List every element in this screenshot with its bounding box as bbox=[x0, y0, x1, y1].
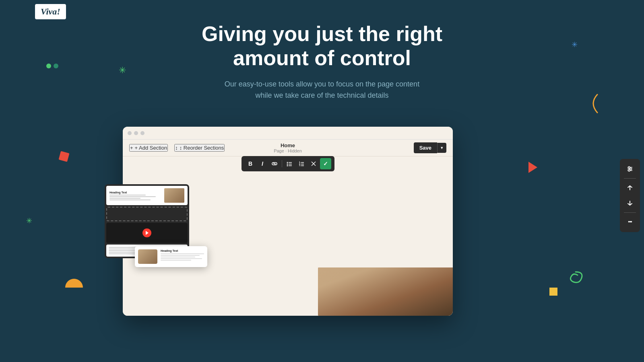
more-dots-icon: ••• bbox=[628, 219, 632, 225]
block-settings-panel: ••• bbox=[620, 159, 640, 232]
panel-divider bbox=[624, 178, 636, 179]
panel-more-button[interactable]: ••• bbox=[622, 215, 638, 229]
preview-line bbox=[109, 196, 156, 197]
panel-settings-button[interactable] bbox=[622, 162, 638, 176]
play-button[interactable] bbox=[142, 228, 151, 237]
page-status: Page · Hidden bbox=[274, 148, 302, 153]
browser-dot-close bbox=[128, 131, 132, 135]
svg-point-18 bbox=[628, 167, 630, 168]
arrow-down-icon bbox=[627, 200, 633, 206]
preview-lines-1 bbox=[109, 195, 161, 200]
confirm-button[interactable]: ✓ bbox=[320, 158, 331, 169]
svg-point-19 bbox=[630, 168, 632, 170]
red-square-decoration bbox=[59, 151, 70, 162]
bold-button[interactable]: B bbox=[245, 158, 256, 169]
link-button[interactable] bbox=[269, 158, 280, 169]
hero-section: Giving you just the right amount of cont… bbox=[0, 0, 644, 101]
svg-text:3.: 3. bbox=[299, 164, 301, 167]
save-dropdown-button[interactable]: ▾ bbox=[437, 143, 446, 153]
link-icon bbox=[272, 161, 277, 167]
star-icon-3: ✳ bbox=[26, 216, 32, 225]
numbered-list-icon: 1. 2. 3. bbox=[299, 161, 304, 167]
card-line bbox=[161, 260, 191, 261]
save-main-button[interactable]: Save bbox=[414, 142, 437, 153]
card-title: Heading Text bbox=[161, 249, 204, 252]
page-name: Home bbox=[274, 142, 302, 148]
panel-divider-2 bbox=[624, 212, 636, 213]
bullet-list-button[interactable] bbox=[284, 158, 295, 169]
preview-line bbox=[109, 198, 140, 199]
numbered-list-button[interactable]: 1. 2. 3. bbox=[296, 158, 307, 169]
card-text-content: Heading Text bbox=[161, 249, 204, 261]
card-image bbox=[138, 249, 157, 264]
play-icon bbox=[145, 230, 149, 235]
toolbar-page-info: Home Page · Hidden bbox=[274, 142, 302, 153]
preview-line bbox=[109, 195, 146, 195]
format-toolbar: B I 1. 2. 3. bbox=[242, 156, 334, 171]
video-preview-block[interactable] bbox=[106, 223, 188, 243]
triangle-decoration bbox=[528, 162, 537, 173]
clear-format-button[interactable] bbox=[308, 158, 319, 169]
panel-move-down-button[interactable] bbox=[622, 196, 638, 210]
toolbar-divider-1 bbox=[282, 160, 282, 167]
preview-image-1 bbox=[164, 188, 184, 203]
cms-toolbar: + + Add Section ↕ ↕ Reorder Sections Hom… bbox=[123, 140, 453, 156]
plus-icon: + bbox=[130, 145, 133, 151]
browser-dot-minimize bbox=[134, 131, 138, 135]
hero-title: Giving you just the right amount of cont… bbox=[181, 22, 463, 70]
preview-item-1[interactable]: Heading Text bbox=[106, 186, 188, 205]
browser-dot-maximize bbox=[140, 131, 144, 135]
yellow-square-decoration bbox=[549, 288, 557, 296]
hero-subtitle: Our easy-to-use tools allow you to focus… bbox=[217, 78, 427, 102]
svg-marker-21 bbox=[146, 231, 149, 235]
orange-semicircle-decoration bbox=[65, 279, 83, 288]
settings-sliders-icon bbox=[626, 165, 634, 173]
add-section-label: + Add Section bbox=[135, 145, 167, 151]
green-swirl-decoration bbox=[566, 268, 586, 290]
preview-line bbox=[109, 200, 151, 200]
preview-item-title-1: Heading Text bbox=[109, 191, 161, 194]
card-line bbox=[161, 258, 202, 259]
add-section-button[interactable]: + + Add Section bbox=[129, 144, 168, 152]
floating-content-card: Heading Text bbox=[135, 246, 207, 267]
reorder-icon: ↕ bbox=[175, 145, 178, 151]
panel-move-up-button[interactable] bbox=[622, 181, 638, 195]
card-line bbox=[161, 253, 204, 254]
reorder-sections-button[interactable]: ↕ ↕ Reorder Sections bbox=[174, 144, 225, 152]
bullet-list-icon bbox=[287, 161, 292, 167]
arrow-up-icon bbox=[627, 185, 633, 191]
card-line bbox=[161, 257, 195, 257]
browser-titlebar bbox=[123, 127, 453, 140]
browser-window-controls bbox=[128, 131, 144, 135]
svg-point-1 bbox=[287, 162, 288, 163]
bottom-image-block bbox=[318, 267, 453, 316]
save-button-group: Save ▾ bbox=[414, 142, 446, 153]
svg-point-20 bbox=[628, 170, 630, 171]
italic-button[interactable]: I bbox=[257, 158, 268, 169]
svg-point-3 bbox=[287, 164, 288, 165]
reorder-label: ↕ Reorder Sections bbox=[180, 145, 224, 151]
clear-format-icon bbox=[311, 161, 316, 167]
preview-text-col-1: Heading Text bbox=[109, 191, 161, 200]
svg-point-5 bbox=[287, 165, 288, 167]
dashed-selection-box bbox=[106, 207, 188, 221]
card-line bbox=[161, 255, 200, 256]
